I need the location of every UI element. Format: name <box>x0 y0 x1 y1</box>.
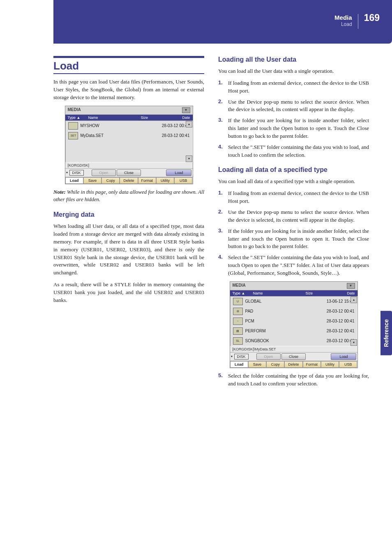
media-screenshot-1: MEDIA ▼ Type ▲ Name Size Date ▴ MYSHOW28… <box>65 106 193 184</box>
open-button[interactable]: Open <box>256 353 281 360</box>
scroll-up-icon[interactable]: ▴ <box>350 297 357 303</box>
device-popup[interactable]: DISK <box>69 170 84 176</box>
media-title: MEDIA <box>68 107 81 113</box>
side-tab-reference: Reference <box>380 311 392 355</box>
scroll-down-icon[interactable]: ▾ <box>186 155 192 162</box>
file-row[interactable]: ⊞PAD28-03-12 00:41 <box>231 306 357 316</box>
media-tab-format[interactable]: Format <box>138 177 156 184</box>
file-date: 28-03-12 00:41 <box>157 123 190 128</box>
open-button[interactable]: Open <box>92 169 116 176</box>
media-tab-copy[interactable]: Copy <box>266 361 284 368</box>
page-header: Media Load 169 <box>53 0 392 44</box>
step-item: Select the ".SET" folder containing the … <box>218 254 369 277</box>
file-type-icon: ▤ <box>233 327 243 335</box>
file-date: 28-03-12 00:41 <box>322 319 355 323</box>
file-list: ▴ MYSHOW28-03-12 00:41.SETMyData.SET28-0… <box>65 121 193 162</box>
file-row[interactable]: .SETMyData.SET28-03-12 00:41 <box>66 131 192 141</box>
steps-type-cont: Select the folder containing the type of… <box>218 372 369 388</box>
media-tabs: LoadSaveCopyDeleteFormatUtilityUSB <box>65 177 193 184</box>
media-tab-load[interactable]: Load <box>230 361 248 368</box>
heading-merging-data: Merging data <box>53 211 204 218</box>
media-tab-utility[interactable]: Utility <box>321 361 339 368</box>
file-type-icon: SL <box>233 337 243 345</box>
file-row[interactable]: MYSHOW28-03-12 00:41 <box>66 121 192 131</box>
intro-paragraph: In this page you can load User data file… <box>53 78 204 102</box>
media-tab-delete[interactable]: Delete <box>120 177 138 184</box>
scroll-up-icon[interactable]: ▴ <box>186 121 192 128</box>
steps-type: If loading from an external device, conn… <box>218 190 369 277</box>
device-popup[interactable]: DISK <box>234 354 249 359</box>
header-section: Media <box>334 14 352 21</box>
user-intro: You can load all the User data with a si… <box>218 67 369 75</box>
chevron-down-icon[interactable]: ▾ <box>231 355 233 358</box>
file-name: SONGBOOK <box>245 339 300 343</box>
media-tab-utility[interactable]: Utility <box>156 177 174 184</box>
file-name: PCM <box>245 319 300 323</box>
merging-p2: As a result, there will be a STYLE folde… <box>53 281 204 304</box>
heading-loading-type: Loading all data of a specified type <box>218 166 369 174</box>
file-name: GLOBAL <box>245 299 300 304</box>
header-subsection: Load <box>334 21 352 27</box>
path-bar: [KORGDISK]\MyData.SET <box>230 346 357 352</box>
header-divider <box>358 14 358 29</box>
file-name: MYSHOW <box>81 123 136 128</box>
menu-dropdown-icon[interactable]: ▼ <box>182 107 190 113</box>
media-tab-save[interactable]: Save <box>248 361 266 368</box>
media-tab-save[interactable]: Save <box>83 177 101 184</box>
menu-dropdown-icon[interactable]: ▼ <box>347 283 355 289</box>
media-title: MEDIA <box>233 283 246 289</box>
file-type-icon: .SET <box>68 132 78 139</box>
load-button[interactable]: Load <box>166 169 191 176</box>
step-item: Select the ".SET" folder containing the … <box>218 144 369 159</box>
step-item: If loading from an external device, conn… <box>218 79 369 95</box>
file-list: ▴ UGLOBAL13-06-12 15:45⊞PAD28-03-12 00:4… <box>230 296 357 346</box>
media-tabs: LoadSaveCopyDeleteFormatUtilityUSB <box>230 361 357 368</box>
close-button[interactable]: Close <box>117 169 141 176</box>
file-date: 28-03-12 00:41 <box>157 133 190 138</box>
file-type-icon: ⊞ <box>233 308 243 315</box>
file-type-icon: U <box>233 298 243 305</box>
file-type-icon <box>68 122 78 130</box>
load-button[interactable]: Load <box>331 353 356 360</box>
file-list-header: Type ▲ Name Size Date <box>65 115 193 121</box>
file-type-icon: ~ <box>233 318 243 325</box>
page-number: 169 <box>364 13 380 23</box>
steps-user: If loading from an external device, conn… <box>218 79 369 159</box>
media-tab-usb[interactable]: USB <box>339 361 357 368</box>
file-row[interactable]: UGLOBAL13-06-12 15:45 <box>231 297 357 306</box>
file-row[interactable]: ~PCM28-03-12 00:41 <box>231 316 357 326</box>
file-row[interactable]: ▤PERFORM28-03-12 00:41 <box>231 326 357 336</box>
media-tab-copy[interactable]: Copy <box>101 177 120 184</box>
scroll-down-icon[interactable]: ▾ <box>350 339 357 346</box>
path-bar: [KORGDISK] <box>65 162 193 168</box>
heading-loading-user: Loading all the User data <box>218 56 369 63</box>
file-list-header: Type ▲ Name Size Date <box>230 290 357 296</box>
media-tab-delete[interactable]: Delete <box>284 361 302 368</box>
file-name: PAD <box>245 309 300 313</box>
file-date: 28-03-12 00:41 <box>322 309 355 313</box>
step-item: Use the Device pop-up menu to select the… <box>218 209 369 224</box>
step-item: Select the folder containing the type of… <box>218 372 369 388</box>
page-title: Load <box>53 56 204 74</box>
type-intro: You can load all data of a specified typ… <box>218 178 369 186</box>
right-column: Loading all the User data You can load a… <box>218 56 369 391</box>
step-item: If the folder you are looking for is ins… <box>218 227 369 251</box>
file-date: 28-03-12 00:41 <box>322 339 355 343</box>
step-item: If the folder you are looking for is ins… <box>218 117 369 140</box>
merging-p1: When loading all User data, or all data … <box>53 223 204 277</box>
file-date: 28-03-12 00:41 <box>322 329 355 333</box>
step-item: Use the Device pop-up menu to select the… <box>218 98 369 114</box>
media-tab-usb[interactable]: USB <box>174 177 192 184</box>
media-tab-load[interactable]: Load <box>65 177 83 184</box>
note-paragraph: Note: While in this page, only data allo… <box>53 188 204 204</box>
chevron-down-icon[interactable]: ▾ <box>66 171 68 174</box>
media-screenshot-2: MEDIA ▼ Type ▲ Name Size Date ▴ UGLOBAL1… <box>230 281 358 368</box>
file-name: PERFORM <box>245 329 300 333</box>
step-item: If loading from an external device, conn… <box>218 190 369 205</box>
file-row[interactable]: SLSONGBOOK28-03-12 00:41 <box>231 336 357 346</box>
file-date: 13-06-12 15:45 <box>322 299 355 304</box>
left-column: Load In this page you can load User data… <box>53 56 204 391</box>
file-name: MyData.SET <box>81 133 136 138</box>
media-tab-format[interactable]: Format <box>303 361 321 368</box>
close-button[interactable]: Close <box>281 353 306 360</box>
